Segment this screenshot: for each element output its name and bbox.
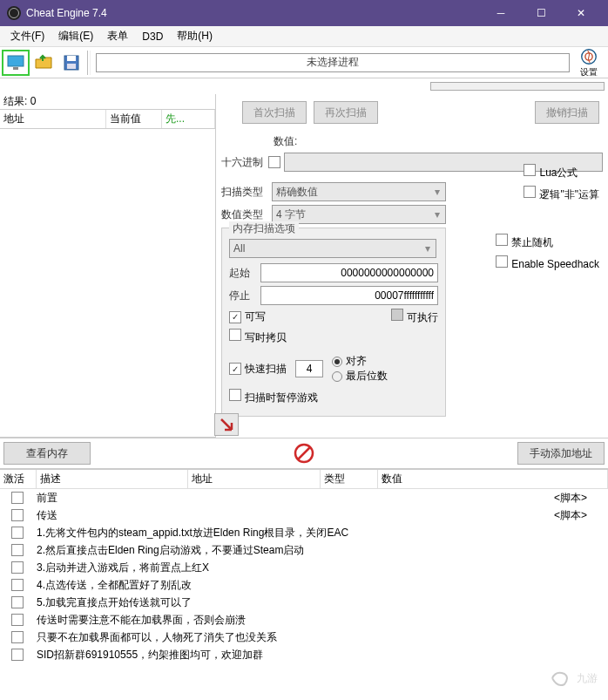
speedhack-checkbox-row[interactable]: Enable Speedhack [496, 255, 599, 270]
ct-col-active[interactable]: 激活 [0, 470, 37, 488]
pause-checkbox[interactable]: 扫描时暂停游戏 [229, 389, 318, 405]
start-label: 起始 [229, 266, 255, 281]
bottom-button-row: 查看内存 手动添加地址 [0, 438, 608, 469]
cheat-table: 激活 描述 地址 类型 数值 前置 <脚本> 传送 <脚本> 1.先将文件包内的… [0, 469, 608, 663]
stop-icon[interactable] [294, 443, 314, 464]
lua-checkbox-row[interactable]: Lua公式 [524, 164, 599, 180]
writable-checkbox[interactable]: 可写 [229, 309, 266, 324]
row-active-checkbox[interactable] [11, 579, 24, 591]
svg-rect-4 [67, 64, 76, 69]
scantype-label: 扫描类型 [221, 185, 267, 200]
save-file-button[interactable] [57, 50, 85, 76]
maximize-button[interactable]: ☐ [521, 0, 561, 26]
norandom-checkbox-row[interactable]: 禁止随机 [496, 234, 599, 250]
not-checkbox-row[interactable]: 逻辑"非"运算 [524, 186, 599, 202]
settings-button[interactable]: 设置 [573, 47, 605, 78]
watermark: 九游 [549, 667, 598, 690]
table-row[interactable]: 5.加载完直接点开始传送就可以了 [0, 594, 608, 611]
row-desc: 3.启动并进入游戏后，将前置点上红X [37, 561, 554, 575]
ct-col-val[interactable]: 数值 [378, 470, 608, 488]
row-value: <脚本> [554, 491, 606, 506]
result-headers: 地址 当前值 先... [0, 110, 215, 129]
table-row[interactable]: 1.先将文件包内的steam_appid.txt放进Elden Ring根目录，… [0, 524, 608, 541]
table-row[interactable]: 传送 <脚本> [0, 506, 608, 524]
titlebar: Cheat Engine 7.4 ─ ☐ ✕ [0, 0, 608, 26]
row-desc: 只要不在加载界面都可以，人物死了消失了也没关系 [37, 630, 554, 645]
row-active-checkbox[interactable] [11, 509, 24, 521]
table-row[interactable]: 4.点选传送，全都配置好了别乱改 [0, 576, 608, 594]
row-active-checkbox[interactable] [11, 527, 24, 539]
menubar: 文件(F) 编辑(E) 表单 D3D 帮助(H) [0, 26, 608, 47]
row-desc: 前置 [37, 491, 554, 506]
menu-table[interactable]: 表单 [100, 27, 135, 45]
cheat-table-body[interactable]: 前置 <脚本> 传送 <脚本> 1.先将文件包内的steam_appid.txt… [0, 489, 608, 663]
process-display[interactable]: 未选择进程 [96, 53, 570, 72]
row-active-checkbox[interactable] [11, 596, 24, 608]
row-active-checkbox[interactable] [11, 649, 24, 661]
progress-row [0, 78, 608, 94]
hex-label: 十六进制 [221, 155, 263, 170]
select-process-button[interactable] [2, 50, 30, 76]
table-row[interactable]: 2.然后直接点击Elden Ring启动游戏，不要通过Steam启动 [0, 541, 608, 559]
svg-rect-1 [13, 67, 18, 70]
executable-checkbox[interactable]: 可执行 [391, 309, 438, 325]
memregion-select[interactable]: All [229, 239, 436, 258]
close-button[interactable]: ✕ [561, 0, 601, 26]
col-current[interactable]: 当前值 [106, 110, 162, 128]
stop-label: 停止 [229, 289, 255, 303]
table-row[interactable]: SID招新群691910555，约架推图均可，欢迎加群 [0, 646, 608, 663]
next-scan-button[interactable]: 再次扫描 [314, 101, 378, 124]
ct-col-addr[interactable]: 地址 [188, 470, 321, 488]
row-active-checkbox[interactable] [11, 614, 24, 626]
align-radio[interactable]: 对齐 [332, 354, 388, 369]
toolbar: 未选择进程 设置 [0, 47, 608, 78]
scan-options-panel: 首次扫描 再次扫描 撤销扫描 数值: 十六进制 扫描类型 精确数值 数值类型 4… [216, 94, 608, 438]
svg-rect-3 [67, 56, 76, 61]
col-previous[interactable]: 先... [162, 110, 215, 128]
view-memory-button[interactable]: 查看内存 [3, 442, 91, 465]
ct-col-type[interactable]: 类型 [321, 470, 378, 488]
result-list[interactable] [0, 129, 215, 438]
hex-checkbox[interactable] [268, 156, 280, 168]
row-desc: SID招新群691910555，约架推图均可，欢迎加群 [37, 648, 554, 663]
memopt-legend: 内存扫描选项 [229, 221, 299, 236]
row-active-checkbox[interactable] [11, 561, 24, 574]
stop-input[interactable] [260, 286, 438, 305]
scantype-select[interactable]: 精确数值 [272, 182, 446, 201]
row-active-checkbox[interactable] [11, 492, 24, 504]
lastdigits-radio[interactable]: 最后位数 [332, 369, 388, 384]
value-label: 数值: [274, 134, 297, 149]
minimize-button[interactable]: ─ [481, 0, 521, 26]
app-icon [7, 6, 21, 20]
table-row[interactable]: 只要不在加载界面都可以，人物死了消失了也没关系 [0, 629, 608, 646]
cow-checkbox[interactable]: 写时拷贝 [229, 329, 287, 345]
add-address-button[interactable]: 手动添加地址 [517, 442, 605, 465]
valuetype-label: 数值类型 [221, 207, 267, 222]
menu-file[interactable]: 文件(F) [3, 27, 51, 45]
row-value: <脚本> [554, 508, 606, 523]
first-scan-button[interactable]: 首次扫描 [242, 101, 307, 124]
row-desc: 传送时需要注意不能在加载界面，否则会崩溃 [37, 613, 554, 628]
open-file-button[interactable] [30, 50, 57, 76]
row-desc: 传送 [37, 508, 554, 523]
col-address[interactable]: 地址 [0, 110, 106, 128]
start-input[interactable] [260, 263, 438, 282]
add-to-list-button[interactable] [214, 413, 239, 436]
menu-edit[interactable]: 编辑(E) [51, 27, 100, 45]
fastscan-value[interactable] [295, 360, 323, 377]
table-row[interactable]: 前置 <脚本> [0, 489, 608, 506]
menu-d3d[interactable]: D3D [135, 29, 170, 44]
row-desc: 2.然后直接点击Elden Ring启动游戏，不要通过Steam启动 [37, 543, 554, 558]
menu-help[interactable]: 帮助(H) [170, 27, 220, 45]
row-active-checkbox[interactable] [11, 631, 24, 643]
row-desc: 4.点选传送，全都配置好了别乱改 [37, 578, 554, 593]
table-row[interactable]: 3.启动并进入游戏后，将前置点上红X [0, 559, 608, 576]
undo-scan-button[interactable]: 撤销扫描 [535, 101, 599, 124]
ct-col-desc[interactable]: 描述 [37, 470, 188, 488]
row-active-checkbox[interactable] [11, 544, 24, 556]
svg-rect-0 [8, 56, 24, 66]
row-desc: 5.加载完直接点开始传送就可以了 [37, 595, 554, 610]
table-row[interactable]: 传送时需要注意不能在加载界面，否则会崩溃 [0, 611, 608, 629]
fastscan-checkbox[interactable]: 快速扫描 [229, 362, 287, 377]
row-desc: 1.先将文件包内的steam_appid.txt放进Elden Ring根目录，… [37, 526, 554, 540]
